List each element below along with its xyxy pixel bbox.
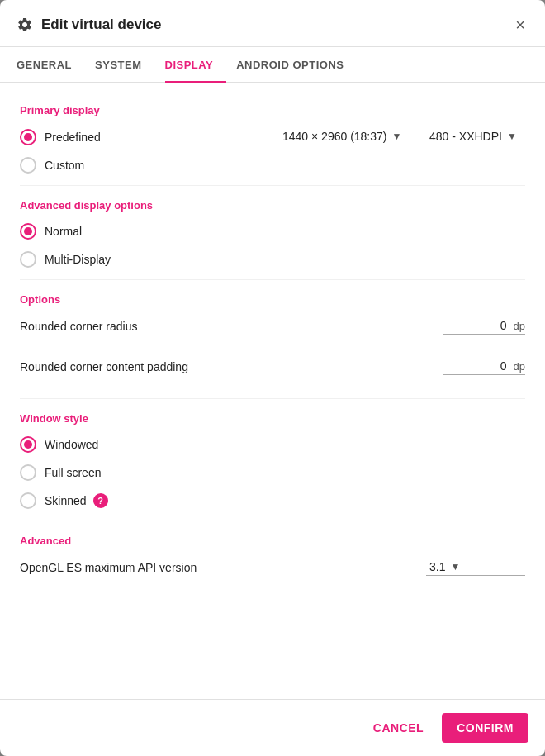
rounded-corner-radius-unit: dp — [514, 320, 525, 332]
separator-2 — [20, 279, 525, 280]
separator-4 — [20, 521, 525, 521]
rounded-corner-padding-input[interactable] — [461, 358, 510, 374]
rounded-corner-padding-label: Rounded corner content padding — [20, 360, 188, 373]
edit-virtual-device-dialog: Edit virtual device × GENERAL SYSTEM DIS… — [0, 0, 545, 756]
windowed-radio-row: Windowed — [20, 436, 525, 453]
rounded-corner-padding-row: Rounded corner content padding dp — [20, 358, 525, 382]
skinned-radio-row: Skinned ? — [20, 492, 525, 509]
multi-display-radio-row: Multi-Display — [20, 251, 525, 268]
tab-system[interactable]: SYSTEM — [95, 47, 154, 83]
close-icon[interactable]: × — [512, 15, 528, 35]
normal-radio-row: Normal — [20, 223, 525, 240]
multi-display-radio-button[interactable] — [20, 251, 36, 268]
predefined-label: Predefined — [45, 131, 101, 144]
custom-radio-row: Custom — [20, 157, 525, 174]
tab-android-options[interactable]: ANDROID OPTIONS — [236, 47, 357, 83]
custom-label: Custom — [45, 159, 84, 172]
rounded-corner-radius-row: Rounded corner radius dp — [20, 317, 525, 341]
resolution-value: 1440 × 2960 (18:37) — [282, 130, 387, 143]
multi-display-label: Multi-Display — [45, 253, 111, 266]
full-screen-radio-button[interactable] — [20, 464, 36, 481]
rounded-corner-radius-input[interactable] — [461, 317, 510, 334]
gear-icon — [17, 17, 33, 33]
opengl-label: OpenGL ES maximum API version — [20, 561, 197, 574]
dpi-dropdown[interactable]: 480 - XXHDPI ▼ — [426, 128, 525, 145]
rounded-corner-radius-label: Rounded corner radius — [20, 320, 137, 333]
rounded-corner-padding-input-group: dp — [443, 358, 525, 375]
skinned-label: Skinned — [45, 494, 87, 507]
windowed-radio-button[interactable] — [20, 436, 36, 453]
opengl-dropdown[interactable]: 3.1 ▼ — [426, 559, 525, 576]
rounded-corner-radius-input-group: dp — [443, 317, 525, 335]
full-screen-radio-row: Full screen — [20, 464, 525, 481]
dpi-dropdown-arrow: ▼ — [507, 131, 517, 142]
options-section-title: Options — [20, 293, 525, 306]
normal-radio-button[interactable] — [20, 223, 36, 240]
separator-1 — [20, 185, 525, 186]
primary-display-section-title: Primary display — [20, 104, 525, 116]
dialog-title: Edit virtual device — [41, 17, 512, 33]
tab-display[interactable]: DISPLAY — [165, 47, 227, 83]
cancel-button[interactable]: CANCEL — [358, 713, 438, 743]
dialog-header: Edit virtual device × — [0, 0, 545, 47]
opengl-dropdown-arrow: ▼ — [450, 561, 460, 573]
dialog-content: Primary display Predefined 1440 × 2960 (… — [0, 83, 545, 699]
full-screen-label: Full screen — [45, 466, 101, 479]
advanced-display-section-title: Advanced display options — [20, 199, 525, 212]
window-style-section-title: Window style — [20, 412, 525, 425]
confirm-button[interactable]: CONFIRM — [442, 713, 528, 743]
tab-general[interactable]: GENERAL — [17, 47, 85, 83]
opengl-row: OpenGL ES maximum API version 3.1 ▼ — [20, 559, 525, 582]
resolution-dropdown-arrow: ▼ — [392, 131, 402, 142]
dpi-value: 480 - XXHDPI — [429, 130, 502, 143]
normal-label: Normal — [45, 225, 82, 238]
predefined-radio-row: Predefined 1440 × 2960 (18:37) ▼ 480 - X… — [20, 128, 525, 145]
advanced-section-title: Advanced — [20, 535, 525, 547]
dialog-footer: CANCEL CONFIRM — [0, 699, 545, 756]
custom-radio-button[interactable] — [20, 157, 36, 174]
rounded-corner-padding-unit: dp — [514, 360, 525, 373]
opengl-value: 3.1 — [429, 560, 445, 573]
separator-3 — [20, 398, 525, 399]
predefined-radio-button[interactable] — [20, 129, 36, 145]
resolution-dropdown[interactable]: 1440 × 2960 (18:37) ▼ — [279, 128, 419, 145]
tab-bar: GENERAL SYSTEM DISPLAY ANDROID OPTIONS — [0, 47, 545, 83]
windowed-label: Windowed — [45, 438, 98, 451]
skinned-radio-button[interactable] — [20, 492, 36, 509]
skinned-help-icon[interactable]: ? — [93, 493, 108, 508]
